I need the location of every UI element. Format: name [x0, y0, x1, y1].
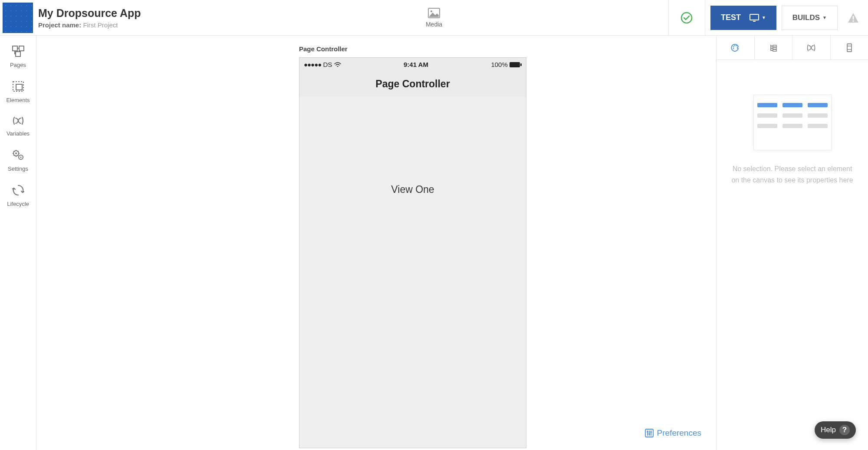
- title-block: My Dropsource App Project name: First Pr…: [38, 7, 141, 29]
- inspector-tab-tree[interactable]: [755, 36, 793, 60]
- dropdown-caret-icon: ▼: [762, 15, 766, 20]
- signal-dots-icon: ●●●●●: [304, 61, 321, 68]
- svg-rect-6: [13, 46, 17, 51]
- test-device-selector[interactable]: ▼: [750, 14, 766, 22]
- sidebar-item-lifecycle[interactable]: Lifecycle: [0, 178, 36, 213]
- device-nav-title: Page Controller: [375, 78, 450, 90]
- svg-point-20: [650, 431, 652, 433]
- header-right: TEST ▼ BUILDS ▼: [668, 0, 868, 35]
- sidebar-item-label: Lifecycle: [1, 201, 35, 207]
- canvas-area[interactable]: Page Controller ●●●●● DS 9:41 AM 100% Pa…: [36, 36, 716, 450]
- help-question-icon: ?: [839, 425, 850, 435]
- app-icon[interactable]: [3, 3, 33, 33]
- svg-point-1: [431, 10, 432, 12]
- sidebar-item-label: Variables: [1, 130, 35, 137]
- svg-rect-16: [520, 63, 522, 66]
- svg-rect-28: [847, 44, 852, 52]
- test-button[interactable]: TEST ▼: [710, 6, 776, 30]
- monitor-icon: [750, 14, 759, 22]
- builds-button[interactable]: BUILDS ▼: [782, 6, 838, 30]
- project-name-label: Project name:: [38, 21, 81, 29]
- svg-rect-27: [773, 50, 776, 51]
- status-time: 9:41 AM: [404, 61, 428, 68]
- svg-rect-5: [853, 20, 854, 22]
- battery-percent: 100%: [491, 61, 507, 68]
- constraints-icon: [845, 43, 853, 53]
- media-icon: [426, 8, 442, 20]
- svg-rect-7: [19, 46, 24, 51]
- svg-point-2: [681, 13, 692, 23]
- sidebar-item-elements[interactable]: Elements: [0, 74, 36, 109]
- preferences-link[interactable]: Preferences: [645, 428, 701, 438]
- svg-point-14: [20, 156, 21, 158]
- sidebar-item-pages[interactable]: Pages: [0, 39, 36, 74]
- inspector-tab-variables[interactable]: [792, 36, 831, 60]
- dropdown-caret-icon: ▼: [822, 15, 827, 20]
- help-button[interactable]: Help ?: [815, 421, 856, 439]
- media-label: Media: [426, 21, 442, 28]
- view-one-label: View One: [391, 184, 434, 195]
- app-header: My Dropsource App Project name: First Pr…: [0, 0, 868, 36]
- battery-icon: [510, 62, 522, 67]
- sidebar-item-variables[interactable]: Variables: [0, 109, 36, 143]
- svg-rect-3: [750, 14, 759, 20]
- device-navbar[interactable]: Page Controller: [299, 71, 526, 97]
- builds-button-label: BUILDS: [792, 13, 820, 22]
- sidebar-item-label: Elements: [1, 97, 35, 103]
- svg-point-18: [647, 431, 648, 433]
- svg-rect-15: [510, 62, 520, 67]
- project-name-value: First Project: [83, 21, 118, 29]
- svg-point-19: [648, 433, 650, 435]
- inspector-panel: No selection. Please select an element o…: [716, 36, 868, 450]
- device-preview[interactable]: ●●●●● DS 9:41 AM 100% Page Controller Vi…: [299, 57, 526, 448]
- tree-icon: [769, 43, 778, 52]
- variables-icon: [806, 44, 816, 52]
- device-view-area[interactable]: View One: [299, 97, 526, 448]
- warnings-button[interactable]: [843, 6, 864, 30]
- sliders-icon: [645, 429, 654, 437]
- sidebar-item-label: Pages: [1, 62, 35, 68]
- svg-rect-8: [16, 52, 20, 56]
- palette-icon: [731, 43, 740, 52]
- lifecycle-icon: [12, 184, 25, 196]
- variables-icon: [12, 116, 25, 126]
- build-status-ok[interactable]: [668, 0, 705, 36]
- sidebar-item-label: Settings: [1, 165, 35, 172]
- help-label: Help: [821, 426, 836, 434]
- warning-icon: [847, 12, 859, 23]
- app-title: My Dropsource App: [38, 7, 141, 20]
- media-tab[interactable]: Media: [421, 6, 447, 30]
- elements-icon: [12, 80, 25, 93]
- pages-icon: [12, 45, 25, 57]
- inspector-tab-constraints[interactable]: [831, 36, 868, 60]
- inspector-empty-message: No selection. Please select an element o…: [717, 163, 868, 185]
- settings-icon: [12, 149, 25, 161]
- svg-point-12: [15, 152, 17, 154]
- wifi-icon: [334, 62, 341, 67]
- svg-rect-10: [16, 84, 22, 90]
- device-statusbar: ●●●●● DS 9:41 AM 100%: [299, 58, 526, 71]
- checkmark-circle-icon: [681, 12, 693, 24]
- empty-state-graphic: [753, 95, 832, 150]
- svg-point-24: [733, 48, 734, 49]
- svg-rect-4: [853, 16, 854, 20]
- left-sidebar: Pages Elements Variables Settings Lifecy…: [0, 36, 36, 450]
- inspector-tabs: [717, 36, 868, 60]
- carrier-label: DS: [323, 61, 332, 68]
- svg-point-23: [736, 45, 737, 46]
- inspector-tab-styles[interactable]: [717, 36, 755, 60]
- svg-point-21: [733, 46, 734, 47]
- test-button-label: TEST: [721, 13, 741, 22]
- svg-rect-25: [773, 45, 776, 47]
- canvas-page-label: Page Controller: [299, 45, 348, 53]
- svg-point-22: [734, 45, 735, 46]
- preferences-label: Preferences: [657, 428, 701, 438]
- sidebar-item-settings[interactable]: Settings: [0, 143, 36, 178]
- svg-rect-26: [773, 47, 776, 49]
